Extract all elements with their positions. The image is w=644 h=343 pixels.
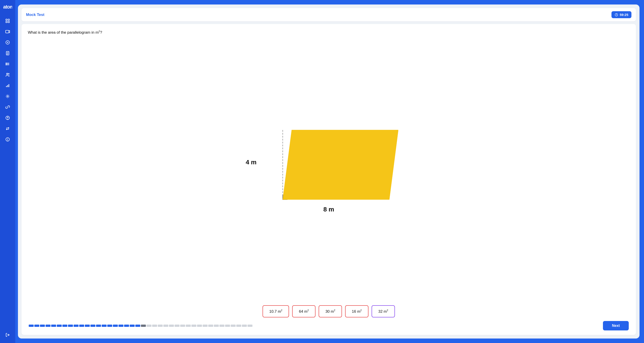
svg-marker-7 <box>7 42 8 43</box>
svg-point-19 <box>8 73 10 75</box>
progress-segment-filled <box>85 324 90 327</box>
progress-segment-filled <box>29 324 34 327</box>
progress-segment-empty <box>180 324 185 327</box>
svg-rect-22 <box>8 84 9 87</box>
svg-rect-2 <box>8 19 10 21</box>
progress-segment-empty <box>208 324 213 327</box>
footer-row: Next <box>28 321 630 330</box>
progress-segment-filled <box>102 324 106 327</box>
answer-option-3[interactable]: 30 m2 <box>319 305 342 317</box>
svg-rect-4 <box>8 21 10 23</box>
logout-icon[interactable] <box>3 330 12 339</box>
progress-segment-filled <box>118 324 124 327</box>
svg-point-16 <box>6 64 6 64</box>
progress-segment-filled <box>135 324 140 327</box>
next-button[interactable]: Next <box>603 321 629 330</box>
progress-segment-filled <box>57 324 62 327</box>
progress-segment-filled <box>90 324 95 327</box>
list-icon[interactable] <box>3 60 12 69</box>
sidebar: atom <box>0 0 15 343</box>
question-text: What is the area of the parallelogram in… <box>28 30 630 35</box>
progress-segment-filled <box>74 324 78 327</box>
progress-segment-filled <box>62 324 67 327</box>
answer-option-2[interactable]: 64 m2 <box>292 305 316 317</box>
settings-icon[interactable] <box>3 92 12 101</box>
progress-segment-filled <box>113 324 118 327</box>
alert-circle-icon[interactable] <box>3 135 12 144</box>
progress-segment-empty <box>158 324 163 327</box>
diagram-svg <box>259 128 398 204</box>
chart-icon[interactable] <box>3 81 12 90</box>
timer-value: 59:25 <box>620 13 628 17</box>
answer-option-4[interactable]: 16 m2 <box>345 305 368 317</box>
progress-segment-empty <box>220 324 224 327</box>
swap-icon[interactable] <box>3 124 12 133</box>
diagram-area: 4 m 8 m <box>28 40 630 301</box>
svg-text:atom: atom <box>3 4 12 10</box>
progress-segment-filled <box>51 324 56 327</box>
progress-segment-filled <box>79 324 84 327</box>
page-title: Mock Test <box>26 13 44 17</box>
progress-segment-filled <box>40 324 45 327</box>
progress-segment-empty <box>146 324 152 327</box>
base-label: 8 m <box>323 206 334 213</box>
help-icon[interactable] <box>3 113 12 122</box>
app-logo: atom <box>3 4 12 11</box>
answer-option-1[interactable]: 10.7 m2 <box>262 305 289 317</box>
parallelogram-container: 4 m 8 m <box>259 128 398 213</box>
progress-segment-empty <box>225 324 230 327</box>
svg-rect-20 <box>6 86 7 87</box>
progress-segment-filled <box>34 324 39 327</box>
users-icon[interactable] <box>3 70 12 79</box>
svg-rect-5 <box>6 30 9 33</box>
svg-point-15 <box>6 63 6 63</box>
main-content: Mock Test 59:25 What is the area of the … <box>15 0 644 343</box>
grid-icon[interactable] <box>3 16 12 25</box>
progress-segment-empty <box>186 324 191 327</box>
progress-segment-empty <box>214 324 219 327</box>
progress-segment-current <box>141 324 146 327</box>
height-label: 4 m <box>246 159 256 166</box>
progress-segment-empty <box>169 324 174 327</box>
svg-marker-34 <box>283 130 398 200</box>
progress-segment-filled <box>124 324 129 327</box>
document-icon[interactable] <box>3 49 12 58</box>
progress-segment-filled <box>46 324 50 327</box>
progress-segment-filled <box>96 324 101 327</box>
play-icon[interactable] <box>3 38 12 47</box>
svg-rect-3 <box>6 21 7 23</box>
answers-row: 10.7 m2 64 m2 30 m2 16 m2 32 m2 <box>28 305 630 317</box>
svg-point-23 <box>7 96 8 97</box>
timer-badge: 59:25 <box>612 11 632 18</box>
progress-segment-filled <box>130 324 135 327</box>
progress-segment-filled <box>107 324 112 327</box>
video-icon[interactable] <box>3 27 12 36</box>
progress-segment-empty <box>248 324 252 327</box>
header-bar: Mock Test 59:25 <box>22 8 636 21</box>
svg-rect-21 <box>8 85 8 87</box>
svg-rect-1 <box>6 19 7 21</box>
progress-segment-empty <box>242 324 247 327</box>
svg-point-18 <box>6 73 8 75</box>
clock-icon <box>614 13 618 17</box>
progress-bar <box>29 324 252 327</box>
progress-segment-empty <box>197 324 202 327</box>
svg-line-24 <box>7 107 8 108</box>
progress-segment-empty <box>236 324 241 327</box>
progress-segment-empty <box>152 324 157 327</box>
progress-segment-empty <box>202 324 208 327</box>
link-icon[interactable] <box>3 103 12 112</box>
answer-option-5[interactable]: 32 m2 <box>372 305 395 317</box>
progress-segment-empty <box>174 324 180 327</box>
svg-point-17 <box>6 65 6 65</box>
progress-segment-empty <box>231 324 236 327</box>
progress-segment-empty <box>192 324 196 327</box>
progress-segment-empty <box>163 324 168 327</box>
progress-segment-filled <box>68 324 73 327</box>
question-card: What is the area of the parallelogram in… <box>22 24 636 335</box>
content-wrapper: Mock Test 59:25 What is the area of the … <box>18 5 640 338</box>
